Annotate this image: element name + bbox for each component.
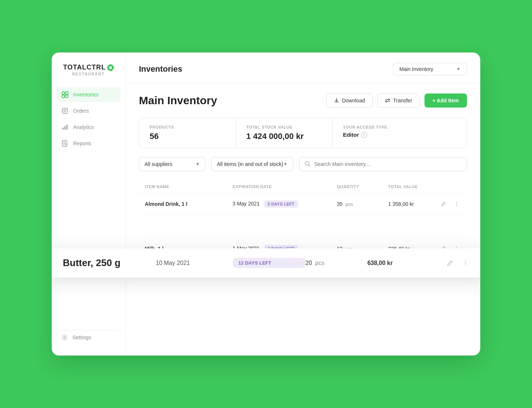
logo: TOTALCTRL — [63, 64, 114, 71]
svg-point-20 — [465, 261, 466, 262]
col-badge — [315, 180, 331, 194]
suppliers-filter[interactable]: All suppliers ▼ — [139, 157, 205, 171]
sidebar-item-settings[interactable]: Settings — [56, 330, 121, 344]
add-item-label: + Add Item — [433, 98, 459, 103]
highlight-expiry: 10 May 2021 — [156, 260, 233, 266]
logo-area: TOTALCTRL RESTAURANT — [52, 64, 125, 76]
app-subtitle: RESTAURANT — [72, 72, 105, 76]
products-label: PRODUCTS — [150, 125, 225, 129]
expiry-cell: 3 May 2021 5 DAYS LEFT — [226, 194, 315, 215]
inventory-title: Main Inventory — [139, 94, 217, 107]
items-filter-label: All items (in and out of stock) — [217, 161, 283, 167]
sidebar-item-inventories[interactable]: Inventories — [56, 87, 121, 102]
svg-rect-1 — [65, 92, 68, 94]
search-input[interactable] — [314, 161, 461, 167]
highlighted-row-card: Butter, 250 g 10 May 2021 12 DAYS LEFT 2… — [52, 248, 480, 278]
analytics-icon — [61, 123, 69, 131]
svg-point-21 — [465, 262, 466, 264]
svg-point-13 — [456, 205, 457, 206]
sidebar-item-analytics-label: Analytics — [73, 124, 94, 130]
col-quantity: QUANTITY — [331, 180, 382, 194]
settings-icon — [61, 334, 68, 341]
logo-icon — [107, 64, 114, 71]
highlight-value: 638,00 kr — [367, 260, 445, 266]
stock-value: 1 424 000,00 kr — [246, 132, 322, 141]
sidebar-footer: Settings — [52, 327, 125, 348]
action-buttons: Download Transfer + Add Item — [326, 94, 467, 108]
stats-row: PRODUCTS 56 TOTAL STOCK VALUE 1 424 000,… — [139, 118, 467, 148]
table-row: Almond Drink, 1 l 3 May 2021 5 DAYS LEFT… — [139, 194, 467, 215]
stat-stock-value: TOTAL STOCK VALUE 1 424 000,00 kr — [236, 118, 333, 148]
download-button[interactable]: Download — [326, 94, 373, 108]
inventory-selector[interactable]: Main Inventory ▼ — [393, 63, 467, 75]
reports-icon — [61, 140, 69, 147]
chevron-down-icon: ▼ — [283, 162, 288, 167]
row-actions — [439, 200, 461, 208]
inventory-selector-value: Main Inventory — [399, 66, 433, 72]
highlight-badge: 12 DAYS LEFT — [233, 258, 306, 268]
svg-rect-6 — [64, 126, 66, 130]
search-icon — [305, 161, 311, 167]
sidebar-item-analytics[interactable]: Analytics — [56, 120, 121, 135]
col-expiration: EXPIRATION DATE — [226, 180, 315, 194]
sidebar: TOTALCTRL RESTAURANT Inventories — [52, 52, 126, 356]
value-cell: 1 358,00 kr — [382, 194, 433, 215]
col-item-name: ITEM NAME — [139, 180, 226, 194]
transfer-label: Transfer — [393, 98, 412, 103]
highlight-item-name: Butter, 250 g — [63, 257, 156, 269]
col-actions — [433, 180, 467, 194]
svg-point-9 — [64, 337, 66, 339]
svg-rect-2 — [62, 95, 65, 98]
items-filter[interactable]: All items (in and out of stock) ▼ — [211, 157, 293, 171]
stat-products: PRODUCTS 56 — [139, 118, 236, 148]
top-header: Inventories Main Inventory ▼ — [126, 52, 480, 83]
add-item-button[interactable]: + Add Item — [424, 94, 467, 108]
download-icon — [334, 98, 339, 103]
transfer-button[interactable]: Transfer — [377, 94, 420, 108]
chevron-down-icon: ▼ — [456, 67, 461, 72]
sidebar-item-orders[interactable]: Orders — [56, 103, 121, 118]
chevron-down-icon: ▼ — [195, 162, 200, 167]
svg-point-14 — [456, 246, 457, 247]
stat-access: YOUR ACCESS TYPE Editor i — [332, 118, 467, 148]
sidebar-item-inventories-label: Inventories — [73, 92, 98, 98]
settings-label: Settings — [72, 334, 91, 340]
svg-point-12 — [456, 204, 457, 204]
sidebar-item-reports-label: Reports — [73, 140, 91, 146]
app-container: TOTALCTRL RESTAURANT Inventories — [52, 52, 480, 356]
col-value: TOTAL VALUE — [382, 180, 433, 194]
highlight-actions — [445, 258, 471, 268]
page-title: Inventories — [139, 64, 182, 74]
highlight-more-button[interactable] — [460, 258, 471, 268]
main-content: Inventories Main Inventory ▼ Main Invent… — [126, 52, 480, 356]
access-label: YOUR ACCESS TYPE — [343, 125, 456, 129]
svg-rect-7 — [66, 125, 68, 130]
filters-row: All suppliers ▼ All items (in and out of… — [139, 157, 467, 171]
orders-icon — [61, 107, 69, 115]
download-label: Download — [342, 98, 365, 103]
svg-rect-0 — [62, 92, 65, 94]
sidebar-item-reports[interactable]: Reports — [56, 136, 121, 151]
svg-rect-5 — [62, 127, 64, 130]
more-button[interactable] — [452, 200, 461, 208]
products-value: 56 — [150, 132, 225, 141]
inventory-body: Main Inventory Download — [126, 83, 480, 356]
table-row-highlighted-spacer — [139, 215, 467, 238]
inventories-icon — [61, 91, 69, 98]
search-box[interactable] — [299, 157, 467, 171]
stock-value-label: TOTAL STOCK VALUE — [246, 125, 322, 129]
edit-button[interactable] — [439, 200, 448, 208]
days-badge: 5 DAYS LEFT — [264, 200, 299, 208]
highlight-qty: 20 pcs — [306, 260, 368, 266]
inventory-header-row: Main Inventory Download — [139, 94, 467, 108]
qty-cell: 35 pcs — [331, 194, 382, 215]
item-name-cell: Almond Drink, 1 l — [139, 194, 226, 215]
highlight-edit-button[interactable] — [445, 258, 455, 268]
svg-point-11 — [456, 202, 457, 203]
sidebar-nav: Inventories Orders — [52, 87, 125, 327]
info-icon[interactable]: i — [361, 132, 367, 138]
svg-rect-3 — [65, 95, 68, 98]
transfer-icon — [385, 98, 390, 103]
svg-point-22 — [465, 264, 466, 265]
app-name: TOTALCTRL — [63, 64, 106, 71]
